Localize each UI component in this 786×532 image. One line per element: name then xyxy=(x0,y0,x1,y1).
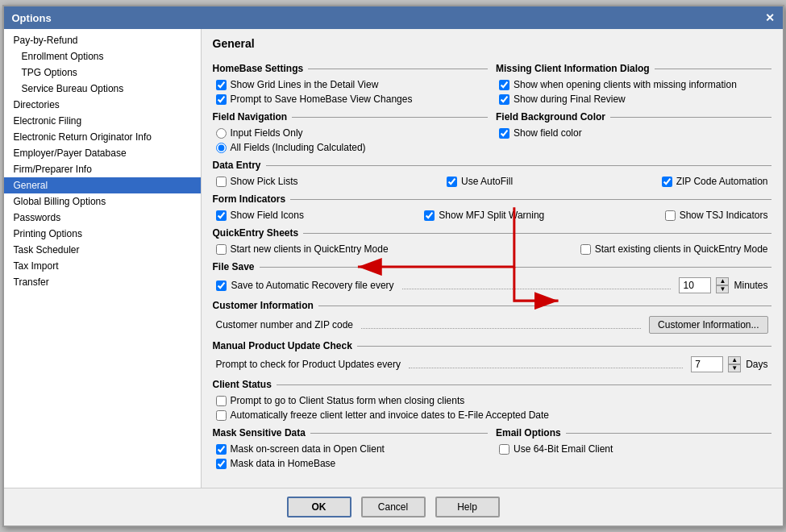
email-check-0-input[interactable] xyxy=(499,444,509,455)
missing-check-1-input[interactable] xyxy=(499,94,509,105)
sidebar-item-global-billing-options[interactable]: Global Billing Options xyxy=(4,193,201,210)
show-mfj: Show MFJ Split Warning xyxy=(421,208,547,222)
show-tsj: Show TSJ Indicators xyxy=(662,208,771,222)
field-nav-header: Field Navigation xyxy=(213,111,489,123)
file-save-unit: Minutes xyxy=(734,280,767,291)
field-nav-section: Field Navigation Input Fields Only All F… xyxy=(213,106,489,155)
field-bg-check-0-label: Show field color xyxy=(514,127,582,139)
dialog-title: Options xyxy=(12,12,52,24)
sidebar-item-electronic-filing[interactable]: Electronic Filing xyxy=(4,113,201,129)
radio-all-fields-input[interactable] xyxy=(216,143,227,153)
mask-check-0-input[interactable] xyxy=(216,444,227,455)
main-title: General xyxy=(213,37,771,50)
sidebar: Pay-by-RefundEnrollment OptionsTPG Optio… xyxy=(4,29,202,488)
client-status-check-1-input[interactable] xyxy=(216,410,227,421)
mask-check-0-label: Mask on-screen data in Open Client xyxy=(231,443,385,455)
field-bg-check-0-input[interactable] xyxy=(499,128,509,139)
file-save-check-input[interactable] xyxy=(216,281,227,291)
sidebar-item-task-scheduler[interactable]: Task Scheduler xyxy=(4,242,201,258)
sidebar-item-general[interactable]: General xyxy=(4,177,201,193)
show-pick-lists-input[interactable] xyxy=(216,177,227,187)
client-status-check-1: Automatically freeze client letter and i… xyxy=(213,408,771,422)
manual-update-up-button[interactable]: ▲ xyxy=(728,356,741,364)
close-button[interactable]: ✕ xyxy=(765,11,775,24)
mask-check-1-label: Mask data in HomeBase xyxy=(231,458,336,469)
zip-automation: ZIP Code Automation xyxy=(659,174,771,189)
sidebar-item-electronic-return-originator-info[interactable]: Electronic Return Originator Info xyxy=(4,129,201,145)
sidebar-item-firm/preparer-info[interactable]: Firm/Preparer Info xyxy=(4,161,201,177)
show-tsj-input[interactable] xyxy=(665,210,676,221)
radio-all-fields-label: All Fields (Including Calculated) xyxy=(231,142,366,153)
customer-info-section: Customer Information Customer number and… xyxy=(213,300,771,335)
sidebar-item-printing-options[interactable]: Printing Options xyxy=(4,226,201,242)
mask-check-0: Mask on-screen data in Open Client xyxy=(213,442,489,456)
manual-update-value-input[interactable] xyxy=(691,356,723,372)
data-entry-header: Data Entry xyxy=(213,160,771,171)
homebase-header: HomeBase Settings xyxy=(213,63,489,74)
existing-clients-quickentry-label: Start existing clients in QuickEntry Mod… xyxy=(595,243,768,255)
homebase-check-0: Show Grid Lines in the Detail View xyxy=(213,77,489,92)
use-autofill: Use AutoFill xyxy=(443,174,516,189)
mask-check-1-input[interactable] xyxy=(216,459,227,469)
radio-input-only-input[interactable] xyxy=(216,128,227,139)
email-section: Email Options Use 64-Bit Email Client xyxy=(496,422,771,471)
sidebar-item-enrollment-options[interactable]: Enrollment Options xyxy=(4,48,201,64)
homebase-missing-row: HomeBase Settings Show Grid Lines in the… xyxy=(213,58,771,106)
manual-update-row: Prompt to check for Product Updates ever… xyxy=(213,355,771,374)
customer-info-row: Customer number and ZIP code Customer In… xyxy=(213,314,771,335)
customer-info-header: Customer Information xyxy=(213,300,771,311)
show-field-icons-input[interactable] xyxy=(216,210,227,221)
show-pick-lists: Show Pick Lists xyxy=(213,174,302,189)
mask-section: Mask Sensitive Data Mask on-screen data … xyxy=(213,422,489,471)
sidebar-item-service-bureau-options[interactable]: Service Bureau Options xyxy=(4,81,201,97)
sidebar-item-pay-by-refund[interactable]: Pay-by-Refund xyxy=(4,32,201,48)
file-save-value-input[interactable] xyxy=(679,277,711,293)
cancel-button[interactable]: Cancel xyxy=(361,497,426,517)
zip-automation-input[interactable] xyxy=(662,177,672,187)
client-status-section: Client Status Prompt to go to Client Sta… xyxy=(213,379,771,422)
options-dialog: Options ✕ Pay-by-RefundEnrollment Option… xyxy=(2,5,784,527)
zip-automation-label: ZIP Code Automation xyxy=(676,176,768,187)
help-button[interactable]: Help xyxy=(435,497,500,517)
homebase-section: HomeBase Settings Show Grid Lines in the… xyxy=(213,58,489,106)
form-indicators-header: Form Indicators xyxy=(213,193,771,205)
customer-info-button[interactable]: Customer Information... xyxy=(649,316,767,334)
ok-button[interactable]: OK xyxy=(287,497,351,517)
client-status-check-0-label: Prompt to go to Client Status form when … xyxy=(231,395,465,406)
existing-clients-quickentry-input[interactable] xyxy=(580,244,591,255)
sidebar-item-transfer[interactable]: Transfer xyxy=(4,274,201,290)
sidebar-item-tax-import[interactable]: Tax Import xyxy=(4,258,201,274)
show-mfj-input[interactable] xyxy=(424,210,435,221)
sidebar-item-directories[interactable]: Directories xyxy=(4,97,201,113)
use-autofill-label: Use AutoFill xyxy=(461,176,513,187)
homebase-check-0-input[interactable] xyxy=(216,80,227,90)
sidebar-item-passwords[interactable]: Passwords xyxy=(4,210,201,226)
new-clients-quickentry-input[interactable] xyxy=(216,244,227,255)
client-status-check-0: Prompt to go to Client Status form when … xyxy=(213,393,771,408)
manual-update-down-button[interactable]: ▼ xyxy=(728,364,741,372)
file-save-up-button[interactable]: ▲ xyxy=(716,277,729,285)
quickentry-row: Start new clients in QuickEntry Mode Sta… xyxy=(213,242,771,256)
email-check-0: Use 64-Bit Email Client xyxy=(496,442,771,456)
sidebar-item-employer/payer-database[interactable]: Employer/Payer Database xyxy=(4,145,201,161)
file-save-label: Save to Automatic Recovery file every xyxy=(231,280,394,291)
missing-check-0-input[interactable] xyxy=(499,80,509,90)
field-nav-bg-row: Field Navigation Input Fields Only All F… xyxy=(213,106,771,155)
email-header: Email Options xyxy=(496,427,771,438)
file-save-down-button[interactable]: ▼ xyxy=(716,285,729,293)
sidebar-item-tpg-options[interactable]: TPG Options xyxy=(4,64,201,81)
mask-header: Mask Sensitive Data xyxy=(213,427,489,438)
client-status-check-0-input[interactable] xyxy=(216,396,227,406)
show-mfj-label: Show MFJ Split Warning xyxy=(439,210,544,221)
new-clients-quickentry: Start new clients in QuickEntry Mode xyxy=(213,242,392,256)
use-autofill-input[interactable] xyxy=(447,177,457,187)
button-row: OK Cancel Help xyxy=(4,488,783,526)
main-content-wrapper: General HomeBase Settings Show Grid Line… xyxy=(202,29,783,488)
missing-check-1-label: Show during Final Review xyxy=(514,94,626,105)
form-indicators-section: Form Indicators Show Field Icons Show MF… xyxy=(213,193,771,222)
homebase-check-1-input[interactable] xyxy=(216,94,227,105)
manual-update-header: Manual Product Update Check xyxy=(213,340,771,351)
show-field-icons: Show Field Icons xyxy=(213,208,307,222)
quickentry-section: QuickEntry Sheets Start new clients in Q… xyxy=(213,227,771,256)
missing-client-header: Missing Client Information Dialog xyxy=(496,63,771,74)
